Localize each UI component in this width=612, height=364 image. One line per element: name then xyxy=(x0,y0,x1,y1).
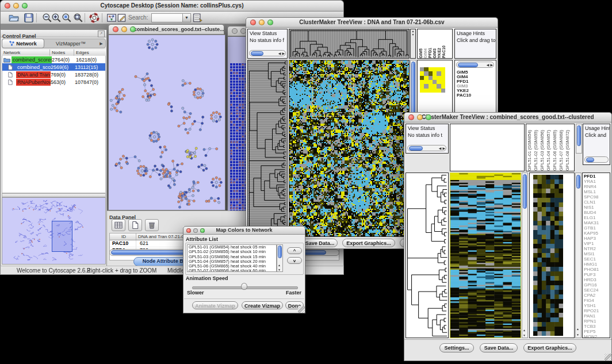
gene-label[interactable]: HAP3 xyxy=(584,236,610,241)
column-label[interactable]: GPL51-07 (GSM868) xyxy=(559,130,564,171)
close-button[interactable] xyxy=(186,228,191,233)
column-label[interactable]: GPL51-06 (GSM865) xyxy=(553,130,558,171)
tv2-status-hscrollbar[interactable]: ◀▶ xyxy=(407,145,446,151)
tv1-titlebar[interactable]: ClusterMaker TreeView : DNA and Tran 07-… xyxy=(246,17,498,28)
summary-cell[interactable] xyxy=(429,89,433,93)
minimize-button[interactable] xyxy=(121,26,127,32)
gene-label[interactable]: HRD3 xyxy=(584,277,610,282)
tv2-export-graphics-button[interactable]: Export Graphics... xyxy=(523,343,576,352)
summary-cell[interactable] xyxy=(441,71,445,75)
resize-grip[interactable] xyxy=(605,354,611,361)
gene-label[interactable]: HMG1 xyxy=(584,262,610,267)
summary-cell[interactable] xyxy=(441,80,445,84)
column-label[interactable]: PFD1 xyxy=(428,48,432,58)
tv2-gene-vscrollbar[interactable]: ▲ ▼ xyxy=(575,173,582,338)
gene-label[interactable]: MSL1 xyxy=(584,189,610,194)
tv1-status-hscrollbar[interactable]: ◀▶ xyxy=(249,50,286,56)
minimize-button[interactable] xyxy=(259,20,265,25)
summary-cell[interactable] xyxy=(433,84,437,88)
column-label[interactable]: GPL51-04 (GSM857) xyxy=(546,130,552,171)
move-up-button[interactable]: ^ xyxy=(287,247,302,254)
gene-label[interactable]: YSH1 xyxy=(584,303,610,308)
summary-cell[interactable] xyxy=(429,80,433,84)
summary-cell[interactable] xyxy=(420,67,424,71)
column-label[interactable]: PAC10 xyxy=(442,45,446,58)
network-row[interactable]: combined_scores2764(0)16218(0) xyxy=(2,56,105,63)
gene-label[interactable]: PUF3 xyxy=(584,272,610,277)
tv1-save-data-button[interactable]: Save Data... xyxy=(302,239,338,247)
configure-icon[interactable] xyxy=(193,13,203,23)
summary-cell[interactable] xyxy=(424,67,428,71)
minimize-button[interactable] xyxy=(13,3,19,9)
gene-label[interactable]: RNR4 xyxy=(584,184,610,189)
tv2-summary-panel[interactable] xyxy=(529,173,575,338)
summary-cell[interactable] xyxy=(437,71,441,75)
dialog-titlebar[interactable]: Map Colors to Network xyxy=(183,226,305,235)
scroll-down-icon[interactable]: ▼ xyxy=(576,333,579,336)
panel-divider-handle[interactable] xyxy=(2,193,106,197)
row-dendrogram-canvas[interactable] xyxy=(248,60,287,236)
summary-cell[interactable] xyxy=(420,80,424,84)
summary-cell[interactable] xyxy=(437,84,441,88)
tv2-gene-list[interactable]: PFD1YRA1RNR4MSL1SPC98CLN1NIS1BUD4ELG1MAK… xyxy=(582,173,610,338)
close-button[interactable] xyxy=(250,20,256,25)
zoom-button[interactable] xyxy=(426,114,431,120)
birdseye-viewport-rect[interactable] xyxy=(52,221,72,252)
gene-label[interactable]: GPI16 xyxy=(584,282,610,288)
scroll-down-icon[interactable]: ▼ xyxy=(278,268,281,271)
column-label[interactable]: GIM3 xyxy=(433,48,437,58)
close-button[interactable] xyxy=(232,28,238,34)
tab-vizmapper[interactable]: VizMapper™ xyxy=(44,39,97,48)
gene-label[interactable]: PAC10 xyxy=(457,93,471,98)
summary-cell[interactable] xyxy=(437,80,441,84)
column-label[interactable]: GPL51-02 (GSM855) xyxy=(534,130,539,171)
scroll-thumb[interactable] xyxy=(251,51,263,56)
gene-label[interactable]: PHO81 xyxy=(584,267,610,272)
tv2-column-dendrogram[interactable] xyxy=(450,124,525,171)
col-nodes[interactable]: Nodes xyxy=(50,49,74,56)
tv2-titlebar[interactable]: ClusterMaker TreeView : combined_scores_… xyxy=(404,112,612,122)
search-input[interactable] xyxy=(151,13,185,22)
tab-network[interactable]: Network xyxy=(2,39,44,48)
zoom-selected-icon[interactable] xyxy=(62,13,72,23)
tv2-save-data-button[interactable]: Save Data... xyxy=(480,343,518,352)
create-vizmap-button[interactable]: Create Vizmap xyxy=(242,301,283,309)
gene-label[interactable]: CPA2 xyxy=(584,293,610,298)
birdseye-view[interactable] xyxy=(2,197,106,265)
gene-label[interactable]: NIS1 xyxy=(584,205,610,210)
scroll-thumb[interactable] xyxy=(458,63,478,67)
gene-label[interactable]: PEP5 xyxy=(584,329,610,334)
summary-cell[interactable] xyxy=(429,71,433,75)
summary-cell[interactable] xyxy=(420,89,424,93)
summary-cell[interactable] xyxy=(441,76,445,80)
tv1-heatmap[interactable] xyxy=(289,60,410,237)
network-row[interactable]: combined_sco2569(6)13112(15) xyxy=(2,63,105,71)
column-label[interactable]: GPL51-08 (GSM872) xyxy=(565,130,571,171)
zoom-button[interactable] xyxy=(22,3,28,9)
summary-cell[interactable] xyxy=(437,67,441,71)
gene-label[interactable]: SEC1 xyxy=(584,256,610,262)
summary-cell[interactable] xyxy=(429,76,433,80)
gene-label[interactable]: RPN1 xyxy=(584,319,610,324)
net1-titlebar[interactable]: combined_scores_good.txt--cluste... xyxy=(108,24,224,35)
heatmap-canvas[interactable] xyxy=(450,173,521,338)
attribute-item[interactable]: GPL51-07 (GSM868) heat shock 60 min xyxy=(188,269,276,272)
gene-label[interactable]: SPC98 xyxy=(584,194,610,200)
column-label[interactable]: GPL51-03 (GSM856) xyxy=(540,130,545,171)
column-dendrogram-canvas[interactable] xyxy=(289,29,409,58)
gene-label[interactable]: TCB3 xyxy=(584,324,610,329)
heatmap-selection-rect[interactable] xyxy=(312,74,354,117)
scroll-thumb[interactable] xyxy=(576,175,580,189)
tv1-top-scroll-arrows[interactable]: ▲▼ xyxy=(410,29,416,59)
overview-icon[interactable] xyxy=(106,13,117,23)
summary-cell[interactable] xyxy=(420,84,424,88)
col-id[interactable]: ID xyxy=(110,233,136,240)
move-down-button[interactable]: v xyxy=(287,257,302,264)
slider-thumb[interactable] xyxy=(241,283,247,290)
scroll-thumb[interactable] xyxy=(577,125,581,146)
summary-cell[interactable] xyxy=(433,89,437,93)
column-label[interactable]: GPL51-01 (GSM854) xyxy=(527,130,533,171)
float-panel-icon[interactable]: ↗ xyxy=(98,30,105,37)
scroll-thumb[interactable] xyxy=(278,246,282,258)
gene-label[interactable]: MSI1 xyxy=(584,251,610,256)
